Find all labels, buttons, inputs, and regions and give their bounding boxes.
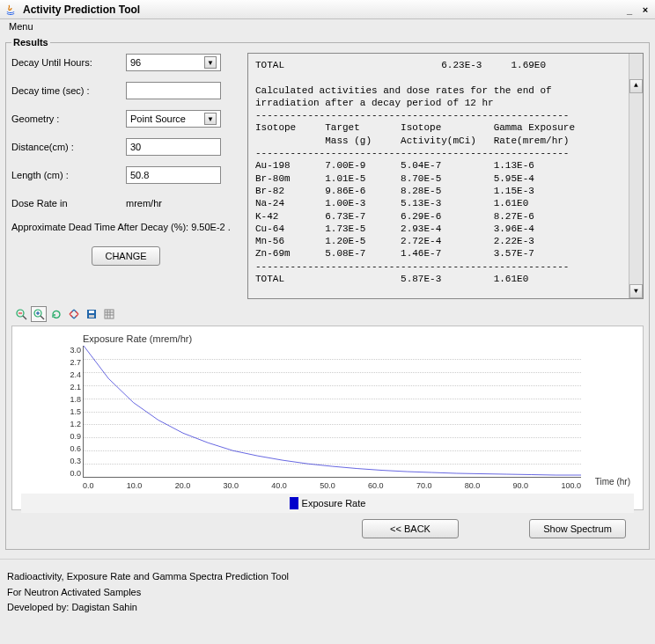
svg-rect-8: [89, 311, 94, 313]
menu-item-menu[interactable]: Menu: [5, 19, 37, 33]
y-axis: 3.0 2.7 2.4 2.1 1.8 1.5 1.2 0.9 0.6 0.3 …: [58, 346, 81, 478]
scroll-down-button[interactable]: ▼: [629, 284, 643, 298]
form-column: Decay Until Hours: 96 ▼ Decay time (sec)…: [11, 53, 240, 266]
y-tick: 2.1: [58, 383, 81, 392]
zoom-in-icon[interactable]: [31, 306, 47, 322]
zoom-out-icon[interactable]: [13, 306, 29, 322]
x-tick: 0.0: [83, 481, 94, 490]
distance-label: Distance(cm) :: [11, 142, 126, 152]
row-distance: Distance(cm) :: [11, 137, 240, 157]
row-geometry: Geometry : Point Source ▼: [11, 109, 240, 128]
footer: Radioactivity, Exposure Rate and Gamma S…: [0, 563, 655, 616]
y-tick: 0.6: [58, 444, 81, 453]
x-tick: 80.0: [465, 481, 481, 490]
show-spectrum-button[interactable]: Show Spectrum: [529, 519, 626, 538]
close-button[interactable]: ×: [639, 4, 651, 16]
grid-icon[interactable]: [101, 306, 117, 322]
chart-toolbar: [11, 299, 644, 324]
decay-curve: [84, 346, 581, 477]
legend-label: Exposure Rate: [302, 498, 366, 509]
results-legend: Results: [11, 37, 50, 48]
x-tick: 10.0: [127, 481, 143, 490]
chevron-down-icon: ▼: [204, 113, 217, 125]
x-tick: 50.0: [320, 481, 335, 490]
output-textarea[interactable]: TOTAL 6.23E-3 1.69E0 Calculated activiti…: [247, 53, 644, 299]
x-tick: 60.0: [368, 481, 384, 490]
length-label: Length (cm) :: [11, 170, 126, 180]
decay-until-label: Decay Until Hours:: [11, 57, 126, 68]
x-tick: 100.0: [561, 481, 581, 490]
x-axis-label: Time (hr): [595, 477, 630, 487]
titlebar: Activity Prediction Tool _ ×: [0, 0, 655, 19]
scrollbar[interactable]: ▲ ▼: [629, 54, 643, 298]
legend-swatch: [290, 497, 298, 509]
svg-rect-9: [89, 315, 94, 318]
x-tick: 30.0: [224, 481, 239, 490]
row-dose-rate: Dose Rate in mrem/hr: [11, 194, 240, 213]
row-length: Length (cm) :: [11, 165, 240, 185]
decay-until-select[interactable]: 96 ▼: [126, 54, 221, 71]
decay-time-input[interactable]: [126, 82, 221, 99]
svg-line-4: [40, 316, 44, 319]
geometry-value: Point Source: [130, 113, 186, 124]
x-tick: 40.0: [271, 481, 287, 490]
chart-container: Exposure Rate (mrem/hr) 3.0 2.7 2.4 2.1 …: [11, 326, 644, 510]
svg-line-1: [23, 316, 26, 319]
y-tick: 0.9: [58, 432, 81, 441]
svg-rect-10: [105, 310, 114, 318]
chart-legend: Exposure Rate: [21, 494, 634, 513]
distance-input[interactable]: [126, 138, 221, 156]
bottom-buttons: << BACK Show Spectrum: [11, 510, 644, 544]
decay-until-value: 96: [130, 57, 141, 68]
decay-time-label: Decay time (sec) :: [11, 85, 126, 96]
minimize-button[interactable]: _: [623, 4, 636, 16]
java-icon: [4, 3, 18, 17]
window-title: Activity Prediction Tool: [23, 4, 623, 16]
chart-area: 3.0 2.7 2.4 2.1 1.8 1.5 1.2 0.9 0.6 0.3 …: [83, 346, 581, 478]
row-decay-until: Decay Until Hours: 96 ▼: [11, 53, 240, 72]
refresh-icon[interactable]: [48, 306, 64, 322]
geometry-select[interactable]: Point Source ▼: [126, 110, 221, 128]
footer-line2: For Neutron Activated Samples: [7, 585, 648, 601]
x-tick: 90.0: [513, 481, 529, 490]
output-text: TOTAL 6.23E-3 1.69E0 Calculated activiti…: [255, 60, 575, 284]
chart-title: Exposure Rate (mrem/hr): [83, 333, 634, 344]
geometry-label: Geometry :: [11, 113, 126, 124]
menubar: Menu: [0, 19, 655, 37]
footer-line3: Developed by: Dagistan Sahin: [7, 600, 648, 616]
dead-time-text: Approximate Dead Time After Decay (%): 9…: [11, 222, 240, 232]
dose-rate-label: Dose Rate in: [11, 198, 126, 209]
dose-rate-unit: mrem/hr: [126, 198, 162, 209]
chevron-down-icon: ▼: [204, 56, 217, 69]
save-icon[interactable]: [84, 306, 99, 322]
y-tick: 2.7: [58, 358, 81, 367]
expand-icon[interactable]: [66, 306, 82, 322]
footer-line1: Radioactivity, Exposure Rate and Gamma S…: [7, 569, 648, 585]
x-axis: 0.0 10.0 20.0 30.0 40.0 50.0 60.0 70.0 8…: [83, 481, 581, 490]
y-tick: 1.5: [58, 407, 81, 416]
window-controls: _ ×: [623, 4, 651, 16]
main-panel: Results Decay Until Hours: 96 ▼ Decay ti…: [0, 37, 655, 555]
y-tick: 1.2: [58, 420, 81, 428]
y-tick: 1.8: [58, 395, 81, 404]
x-tick: 70.0: [416, 481, 432, 490]
row-decay-time: Decay time (sec) :: [11, 81, 240, 100]
y-tick: 2.4: [58, 370, 81, 379]
change-row: CHANGE: [11, 246, 240, 266]
results-fieldset: Results Decay Until Hours: 96 ▼ Decay ti…: [5, 37, 650, 550]
change-button[interactable]: CHANGE: [92, 246, 159, 266]
upper-section: Decay Until Hours: 96 ▼ Decay time (sec)…: [11, 53, 644, 299]
y-tick: 0.3: [58, 457, 81, 465]
back-button[interactable]: << BACK: [362, 519, 459, 538]
y-tick: 0.0: [58, 469, 81, 478]
scroll-up-button[interactable]: ▲: [629, 79, 643, 93]
length-input[interactable]: [126, 166, 221, 184]
y-tick: 3.0: [58, 346, 81, 355]
plot-area[interactable]: [83, 346, 581, 478]
x-tick: 20.0: [175, 481, 191, 490]
